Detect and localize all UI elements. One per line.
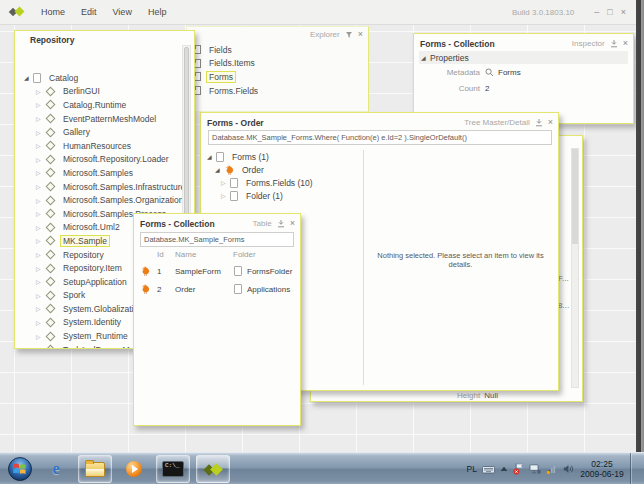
entity-kiwi-icon — [140, 284, 157, 294]
tree-item-catalog[interactable]: Catalog — [19, 71, 182, 85]
collapsed-arrow-icon[interactable] — [36, 169, 45, 176]
collapsed-arrow-icon[interactable] — [36, 129, 45, 136]
expanded-arrow-icon[interactable] — [24, 74, 33, 81]
speaker-icon[interactable] — [563, 464, 574, 474]
pin-icon[interactable] — [277, 220, 285, 228]
show-hidden-icons-arrow-icon[interactable] — [500, 466, 508, 472]
collapsed-arrow-icon[interactable] — [36, 210, 45, 217]
tree-item[interactable]: Catalog.Runtime — [19, 98, 182, 112]
language-indicator[interactable]: PL — [467, 464, 477, 474]
splitter[interactable] — [363, 150, 364, 385]
tree-item[interactable]: Microsoft.Samples — [19, 166, 182, 180]
table-row[interactable]: 2 Order Applications — [140, 280, 296, 298]
properties-section[interactable]: Properties — [419, 51, 628, 64]
pin-icon[interactable] — [610, 40, 618, 48]
collapsed-arrow-icon[interactable] — [221, 192, 230, 199]
collapsed-arrow-icon[interactable] — [36, 115, 45, 122]
menu-help[interactable]: Help — [140, 4, 175, 20]
query-input[interactable]: Database.MK_Sample_Forms — [140, 232, 294, 247]
tree-item-forms[interactable]: Forms (1) — [204, 150, 362, 163]
explorer-item[interactable]: Fields.Items — [190, 57, 365, 71]
action-center-flag-icon[interactable] — [513, 463, 524, 475]
tree-item[interactable]: Microsoft.Samples.Organization — [19, 193, 182, 207]
menu-edit[interactable]: Edit — [73, 4, 105, 20]
table-row[interactable]: 1 SampleForm FormsFolder — [140, 262, 296, 280]
id-column-header[interactable]: Id — [157, 250, 175, 259]
model-diamond-icon — [46, 195, 56, 205]
scrollbar-thumb[interactable] — [184, 47, 189, 217]
close-icon[interactable] — [623, 39, 628, 48]
expanded-arrow-icon[interactable] — [207, 153, 216, 160]
explorer-item[interactable]: Forms — [190, 70, 365, 84]
collapsed-arrow-icon[interactable] — [36, 88, 45, 95]
collapsed-arrow-icon[interactable] — [36, 333, 45, 340]
metadata-value[interactable]: Forms — [498, 68, 521, 77]
pin-icon[interactable] — [535, 119, 543, 127]
collapsed-arrow-icon[interactable] — [36, 319, 45, 326]
quadrant-app-icon — [203, 461, 223, 478]
tree-item[interactable]: Gallery — [19, 125, 182, 139]
start-button[interactable] — [7, 456, 34, 483]
taskbar-quadrant-button[interactable] — [196, 455, 230, 483]
collapsed-arrow-icon[interactable] — [36, 197, 45, 204]
close-icon[interactable] — [290, 219, 295, 228]
filter-icon[interactable] — [345, 31, 353, 39]
metadata-lookup-icon[interactable] — [485, 68, 494, 77]
collapsed-arrow-icon[interactable] — [36, 237, 45, 244]
expanded-arrow-icon[interactable] — [215, 166, 224, 173]
explorer-item[interactable]: Forms.Fields — [190, 84, 365, 98]
taskbar-ie-button[interactable] — [40, 456, 72, 482]
collapsed-arrow-icon[interactable] — [36, 278, 45, 285]
tree-item-label: SetupApplication — [60, 276, 130, 288]
tree-item-forms-fields[interactable]: Forms.Fields (10) — [204, 176, 362, 189]
close-icon[interactable] — [548, 118, 553, 127]
scrollbar[interactable] — [571, 148, 579, 388]
query-input[interactable]: Database.MK_Sample_Forms.Where( Function… — [208, 130, 552, 145]
folder-column-header[interactable]: Folder — [233, 250, 296, 259]
show-desktop-button[interactable] — [630, 453, 638, 484]
close-button[interactable] — [617, 7, 630, 17]
tree-item[interactable]: EventPatternMeshModel — [19, 112, 182, 126]
scrollbar-thumb[interactable] — [572, 149, 578, 244]
taskbar-terminal-button[interactable] — [156, 455, 190, 483]
model-diamond-icon — [46, 86, 56, 96]
tree-item[interactable]: Microsoft.Samples.Infrastructure — [19, 180, 182, 194]
taskbar-media-player-button[interactable] — [118, 456, 150, 482]
tree-item-folder[interactable]: Folder (1) — [204, 189, 362, 202]
tree-item-order[interactable]: Order — [204, 163, 362, 176]
cell-folder-label: FormsFolder — [247, 267, 292, 276]
inspector-window-header[interactable]: Forms - Collection Inspector — [414, 34, 633, 51]
tree-item[interactable]: BerlinGUI — [19, 85, 182, 99]
minimize-button[interactable] — [590, 7, 603, 17]
collapsed-arrow-icon[interactable] — [36, 183, 45, 190]
folder-icon — [85, 462, 105, 477]
collapsed-arrow-icon[interactable] — [36, 142, 45, 149]
taskbar-explorer-button[interactable] — [78, 455, 112, 483]
collapsed-arrow-icon[interactable] — [36, 251, 45, 258]
network-icon[interactable] — [529, 464, 541, 474]
collapsed-arrow-icon[interactable] — [36, 101, 45, 108]
metadata-label: Metadata — [420, 68, 480, 77]
collapsed-arrow-icon[interactable] — [221, 179, 230, 186]
collapsed-arrow-icon[interactable] — [36, 292, 45, 299]
name-column-header[interactable]: Name — [175, 250, 233, 259]
keyboard-icon[interactable] — [482, 465, 495, 474]
collapsed-arrow-icon[interactable] — [36, 346, 45, 349]
explorer-close-icon[interactable] — [358, 30, 363, 39]
collapsed-arrow-icon[interactable] — [36, 265, 45, 272]
signal-strength-icon[interactable] — [546, 464, 558, 474]
table-window-header[interactable]: Forms - Collection Table — [134, 214, 300, 231]
explorer-item[interactable]: Fields — [190, 43, 365, 57]
clock[interactable]: 02:25 2009-06-19 — [579, 459, 625, 479]
collapsed-arrow-icon[interactable] — [36, 156, 45, 163]
order-window-header[interactable]: Forms - Order Tree Master/Detail — [201, 113, 558, 130]
collapsed-arrow-icon[interactable] — [36, 224, 45, 231]
maximize-button[interactable] — [603, 7, 616, 17]
menu-view[interactable]: View — [105, 4, 140, 20]
tree-item[interactable]: HumanResources — [19, 139, 182, 153]
expanded-arrow-icon[interactable] — [421, 54, 430, 61]
collapsed-arrow-icon[interactable] — [36, 305, 45, 312]
tree-item[interactable]: Microsoft.Repository.Loader — [19, 153, 182, 167]
view-kind-label: Table — [253, 219, 272, 228]
menu-home[interactable]: Home — [33, 4, 73, 20]
